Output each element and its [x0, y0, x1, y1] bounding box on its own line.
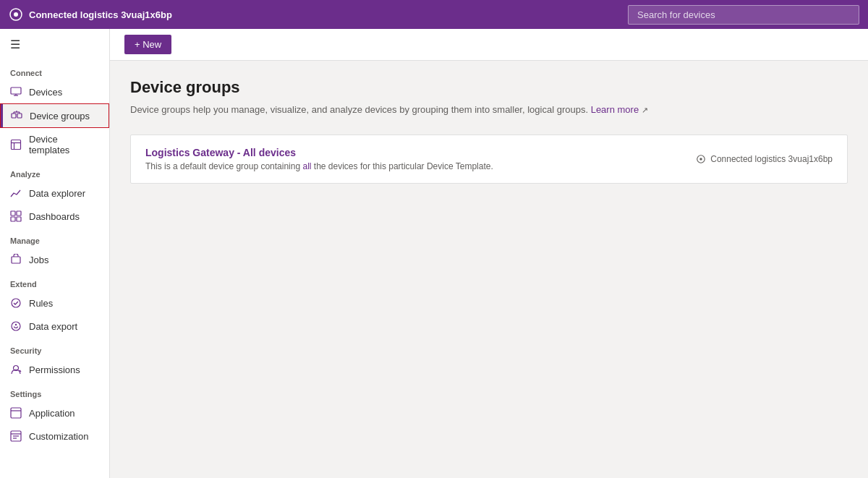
group-card-description: This is a default device group containin…	[145, 161, 696, 171]
sidebar-item-customization-label: Customization	[29, 431, 88, 442]
new-button[interactable]: + New	[124, 35, 171, 54]
sidebar-item-device-templates-label: Device templates	[29, 134, 99, 155]
group-card-app-name: Connected logistics 3vuaj1x6bp	[710, 154, 833, 164]
main-content: + New Device groups Device groups help y…	[110, 29, 868, 478]
sidebar-item-jobs[interactable]: Jobs	[0, 248, 109, 271]
sidebar-item-application[interactable]: Application	[0, 401, 109, 424]
section-label-settings: Settings	[0, 381, 109, 401]
sidebar-item-data-explorer-label: Data explorer	[29, 188, 85, 199]
sidebar-item-device-groups-label: Device groups	[30, 111, 90, 121]
svg-rect-24	[11, 408, 21, 418]
svg-rect-11	[12, 140, 21, 150]
section-label-manage: Manage	[0, 228, 109, 248]
sidebar-item-data-export[interactable]: Data export	[0, 315, 109, 338]
sidebar-item-dashboards[interactable]: Dashboards	[0, 205, 109, 228]
device-group-card[interactable]: Logistics Gateway - All devices This is …	[130, 135, 848, 184]
jobs-icon	[10, 254, 22, 265]
group-card-left: Logistics Gateway - All devices This is …	[145, 147, 696, 171]
group-card-right: Connected logistics 3vuaj1x6bp	[696, 154, 833, 164]
section-label-extend: Extend	[0, 271, 109, 291]
rules-icon	[10, 297, 22, 309]
page-description: Device groups help you manage, visualize…	[130, 103, 848, 117]
external-link-icon: ↗	[642, 106, 648, 114]
group-desc-link[interactable]: all	[302, 161, 311, 171]
sidebar-section-connect: Connect Devices	[0, 60, 109, 161]
permissions-icon	[10, 364, 22, 375]
app-icon	[696, 154, 706, 164]
svg-rect-5	[12, 114, 16, 118]
sidebar-section-security: Security Permissions	[0, 338, 109, 381]
template-icon	[10, 139, 22, 150]
svg-rect-2	[11, 88, 21, 94]
svg-point-19	[12, 299, 20, 307]
sidebar-item-device-groups[interactable]: Device groups	[0, 103, 109, 128]
page-description-text: Device groups help you manage, visualize…	[130, 104, 588, 115]
sidebar-item-data-explorer[interactable]: Data explorer	[0, 182, 109, 205]
export-icon	[10, 320, 22, 332]
sidebar-section-manage: Manage Jobs	[0, 228, 109, 271]
sidebar-item-device-templates[interactable]: Device templates	[0, 128, 109, 161]
sidebar-item-devices[interactable]: Devices	[0, 80, 109, 103]
chart-icon	[10, 187, 22, 199]
application-icon	[10, 407, 22, 419]
customization-icon	[10, 430, 22, 442]
monitor-icon	[10, 86, 22, 98]
hamburger-icon: ☰	[10, 38, 20, 51]
section-label-security: Security	[0, 338, 109, 358]
svg-point-1	[14, 12, 18, 17]
sidebar-item-rules[interactable]: Rules	[0, 291, 109, 315]
layout: ☰ Connect Devices	[0, 29, 868, 478]
sidebar-item-data-export-label: Data export	[29, 321, 77, 332]
svg-rect-14	[11, 211, 15, 215]
svg-rect-16	[11, 217, 15, 221]
sidebar-section-analyze: Analyze Data explorer	[0, 161, 109, 228]
section-label-connect: Connect	[0, 60, 109, 80]
sidebar-item-dashboards-label: Dashboards	[29, 211, 80, 222]
sidebar: ☰ Connect Devices	[0, 29, 110, 478]
sidebar-item-customization[interactable]: Customization	[0, 424, 109, 448]
app-title-bar: Connected logistics 3vuaj1x6bp	[9, 7, 628, 22]
group-desc-suffix: the devices for this particular Device T…	[314, 161, 493, 171]
group-card-title[interactable]: Logistics Gateway - All devices	[145, 147, 696, 158]
svg-point-21	[15, 324, 17, 325]
sidebar-item-jobs-label: Jobs	[29, 255, 48, 265]
sidebar-item-rules-label: Rules	[29, 298, 53, 309]
sidebar-section-extend: Extend Rules Dat	[0, 271, 109, 338]
page-title: Device groups	[130, 78, 848, 97]
svg-rect-6	[17, 114, 22, 118]
sidebar-item-permissions[interactable]: Permissions	[0, 358, 109, 381]
section-label-analyze: Analyze	[0, 161, 109, 182]
hamburger-button[interactable]: ☰	[0, 29, 109, 60]
svg-rect-18	[12, 257, 20, 263]
content-area: Device groups Device groups help you man…	[110, 61, 868, 478]
svg-rect-15	[17, 211, 21, 215]
sidebar-item-permissions-label: Permissions	[29, 364, 80, 375]
svg-point-31	[699, 158, 702, 161]
learn-more-link[interactable]: Learn more	[591, 104, 639, 115]
svg-rect-17	[17, 217, 21, 221]
search-input[interactable]	[628, 5, 859, 25]
app-logo-icon	[9, 7, 23, 22]
app-title: Connected logistics 3vuaj1x6bp	[29, 9, 172, 20]
group-icon	[11, 110, 22, 121]
topbar: Connected logistics 3vuaj1x6bp	[0, 0, 868, 29]
toolbar: + New	[110, 29, 868, 61]
svg-point-20	[12, 322, 20, 330]
sidebar-section-settings: Settings Application	[0, 381, 109, 448]
dashboard-icon	[10, 210, 22, 222]
sidebar-item-application-label: Application	[29, 408, 75, 419]
group-desc-prefix: This is a default device group containin…	[145, 161, 300, 171]
sidebar-item-devices-label: Devices	[29, 87, 62, 98]
